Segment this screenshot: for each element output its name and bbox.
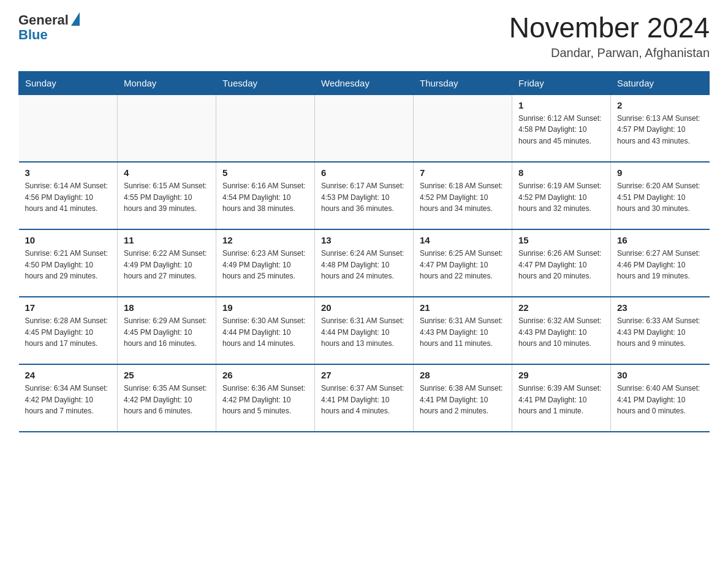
day-info: Sunrise: 6:35 AM Sunset: 4:42 PM Dayligh… — [124, 383, 210, 417]
calendar-cell — [315, 94, 414, 162]
day-info: Sunrise: 6:12 AM Sunset: 4:58 PM Dayligh… — [518, 113, 604, 147]
day-number: 15 — [518, 235, 604, 245]
calendar-cell: 9Sunrise: 6:20 AM Sunset: 4:51 PM Daylig… — [611, 162, 710, 229]
calendar-cell: 23Sunrise: 6:33 AM Sunset: 4:43 PM Dayli… — [611, 297, 710, 364]
day-number: 6 — [321, 167, 407, 178]
calendar-cell: 7Sunrise: 6:18 AM Sunset: 4:52 PM Daylig… — [414, 162, 512, 229]
day-info: Sunrise: 6:39 AM Sunset: 4:41 PM Dayligh… — [518, 383, 604, 417]
weekday-header-thursday: Thursday — [414, 71, 512, 94]
day-number: 21 — [420, 302, 506, 313]
day-number: 23 — [617, 302, 703, 313]
day-info: Sunrise: 6:16 AM Sunset: 4:54 PM Dayligh… — [222, 180, 308, 215]
calendar-table: SundayMondayTuesdayWednesdayThursdayFrid… — [18, 71, 710, 433]
day-number: 14 — [420, 235, 506, 245]
calendar-cell: 10Sunrise: 6:21 AM Sunset: 4:50 PM Dayli… — [19, 229, 118, 297]
calendar-week-5: 24Sunrise: 6:34 AM Sunset: 4:42 PM Dayli… — [19, 364, 710, 432]
day-number: 8 — [518, 167, 604, 178]
day-info: Sunrise: 6:26 AM Sunset: 4:47 PM Dayligh… — [518, 248, 604, 282]
day-number: 16 — [617, 235, 703, 245]
day-info: Sunrise: 6:30 AM Sunset: 4:44 PM Dayligh… — [222, 315, 308, 350]
day-number: 22 — [518, 302, 604, 313]
calendar-cell: 8Sunrise: 6:19 AM Sunset: 4:52 PM Daylig… — [512, 162, 611, 229]
day-info: Sunrise: 6:37 AM Sunset: 4:41 PM Dayligh… — [321, 383, 407, 417]
calendar-cell: 22Sunrise: 6:32 AM Sunset: 4:43 PM Dayli… — [512, 297, 611, 364]
day-info: Sunrise: 6:31 AM Sunset: 4:44 PM Dayligh… — [321, 315, 407, 350]
day-number: 13 — [321, 235, 407, 245]
day-info: Sunrise: 6:27 AM Sunset: 4:46 PM Dayligh… — [617, 248, 703, 282]
calendar-cell: 19Sunrise: 6:30 AM Sunset: 4:44 PM Dayli… — [216, 297, 315, 364]
day-info: Sunrise: 6:20 AM Sunset: 4:51 PM Dayligh… — [617, 180, 703, 215]
weekday-header-tuesday: Tuesday — [216, 71, 315, 94]
weekday-header-friday: Friday — [512, 71, 611, 94]
calendar-week-4: 17Sunrise: 6:28 AM Sunset: 4:45 PM Dayli… — [19, 297, 710, 364]
calendar-cell — [118, 94, 216, 162]
calendar-cell: 25Sunrise: 6:35 AM Sunset: 4:42 PM Dayli… — [118, 364, 216, 432]
day-number: 24 — [25, 370, 112, 380]
day-info: Sunrise: 6:31 AM Sunset: 4:43 PM Dayligh… — [420, 315, 506, 350]
calendar-cell — [414, 94, 512, 162]
day-number: 27 — [321, 370, 407, 380]
day-number: 2 — [617, 100, 703, 110]
day-info: Sunrise: 6:34 AM Sunset: 4:42 PM Dayligh… — [25, 383, 112, 417]
day-number: 10 — [25, 235, 112, 245]
calendar-cell: 29Sunrise: 6:39 AM Sunset: 4:41 PM Dayli… — [512, 364, 611, 432]
day-info: Sunrise: 6:40 AM Sunset: 4:41 PM Dayligh… — [617, 383, 703, 417]
day-number: 17 — [25, 302, 112, 313]
day-info: Sunrise: 6:25 AM Sunset: 4:47 PM Dayligh… — [420, 248, 506, 282]
calendar-cell: 18Sunrise: 6:29 AM Sunset: 4:45 PM Dayli… — [118, 297, 216, 364]
calendar-cell — [216, 94, 315, 162]
calendar-cell: 27Sunrise: 6:37 AM Sunset: 4:41 PM Dayli… — [315, 364, 414, 432]
day-number: 26 — [222, 370, 308, 380]
calendar-week-2: 3Sunrise: 6:14 AM Sunset: 4:56 PM Daylig… — [19, 162, 710, 229]
day-number: 7 — [420, 167, 506, 178]
day-info: Sunrise: 6:18 AM Sunset: 4:52 PM Dayligh… — [420, 180, 506, 215]
day-info: Sunrise: 6:14 AM Sunset: 4:56 PM Dayligh… — [25, 180, 112, 215]
day-number: 19 — [222, 302, 308, 313]
day-number: 20 — [321, 302, 407, 313]
calendar-cell: 17Sunrise: 6:28 AM Sunset: 4:45 PM Dayli… — [19, 297, 118, 364]
calendar-week-3: 10Sunrise: 6:21 AM Sunset: 4:50 PM Dayli… — [19, 229, 710, 297]
calendar-week-1: 1Sunrise: 6:12 AM Sunset: 4:58 PM Daylig… — [19, 94, 710, 162]
day-number: 29 — [518, 370, 604, 380]
calendar-cell — [19, 94, 118, 162]
day-info: Sunrise: 6:13 AM Sunset: 4:57 PM Dayligh… — [617, 113, 703, 147]
calendar-cell: 2Sunrise: 6:13 AM Sunset: 4:57 PM Daylig… — [611, 94, 710, 162]
day-number: 18 — [124, 302, 210, 313]
day-info: Sunrise: 6:17 AM Sunset: 4:53 PM Dayligh… — [321, 180, 407, 215]
day-number: 3 — [25, 167, 112, 178]
logo-triangle-icon — [71, 12, 80, 26]
logo-text: General — [18, 12, 69, 28]
calendar-cell: 14Sunrise: 6:25 AM Sunset: 4:47 PM Dayli… — [414, 229, 512, 297]
calendar-cell: 3Sunrise: 6:14 AM Sunset: 4:56 PM Daylig… — [19, 162, 118, 229]
calendar-cell: 21Sunrise: 6:31 AM Sunset: 4:43 PM Dayli… — [414, 297, 512, 364]
location: Dandar, Parwan, Afghanistan — [509, 46, 710, 60]
calendar-cell: 1Sunrise: 6:12 AM Sunset: 4:58 PM Daylig… — [512, 94, 611, 162]
day-info: Sunrise: 6:33 AM Sunset: 4:43 PM Dayligh… — [617, 315, 703, 350]
day-number: 9 — [617, 167, 703, 178]
day-number: 12 — [222, 235, 308, 245]
day-number: 11 — [124, 235, 210, 245]
month-title: November 2024 — [509, 12, 710, 44]
day-number: 4 — [124, 167, 210, 178]
title-block: November 2024 Dandar, Parwan, Afghanista… — [509, 12, 710, 60]
day-number: 25 — [124, 370, 210, 380]
weekday-header-monday: Monday — [118, 71, 216, 94]
day-info: Sunrise: 6:38 AM Sunset: 4:41 PM Dayligh… — [420, 383, 506, 417]
day-info: Sunrise: 6:21 AM Sunset: 4:50 PM Dayligh… — [25, 248, 112, 282]
calendar-cell: 13Sunrise: 6:24 AM Sunset: 4:48 PM Dayli… — [315, 229, 414, 297]
calendar-cell: 16Sunrise: 6:27 AM Sunset: 4:46 PM Dayli… — [611, 229, 710, 297]
calendar-cell: 28Sunrise: 6:38 AM Sunset: 4:41 PM Dayli… — [414, 364, 512, 432]
day-number: 30 — [617, 370, 703, 380]
calendar-cell: 15Sunrise: 6:26 AM Sunset: 4:47 PM Dayli… — [512, 229, 611, 297]
calendar-cell: 24Sunrise: 6:34 AM Sunset: 4:42 PM Dayli… — [19, 364, 118, 432]
weekday-header-saturday: Saturday — [611, 71, 710, 94]
page-header: General Blue November 2024 Dandar, Parwa… — [18, 12, 710, 60]
calendar-cell: 30Sunrise: 6:40 AM Sunset: 4:41 PM Dayli… — [611, 364, 710, 432]
day-info: Sunrise: 6:29 AM Sunset: 4:45 PM Dayligh… — [124, 315, 210, 350]
weekday-header-wednesday: Wednesday — [315, 71, 414, 94]
calendar-cell: 6Sunrise: 6:17 AM Sunset: 4:53 PM Daylig… — [315, 162, 414, 229]
day-info: Sunrise: 6:36 AM Sunset: 4:42 PM Dayligh… — [222, 383, 308, 417]
day-info: Sunrise: 6:24 AM Sunset: 4:48 PM Dayligh… — [321, 248, 407, 282]
day-info: Sunrise: 6:23 AM Sunset: 4:49 PM Dayligh… — [222, 248, 308, 282]
day-info: Sunrise: 6:15 AM Sunset: 4:55 PM Dayligh… — [124, 180, 210, 215]
